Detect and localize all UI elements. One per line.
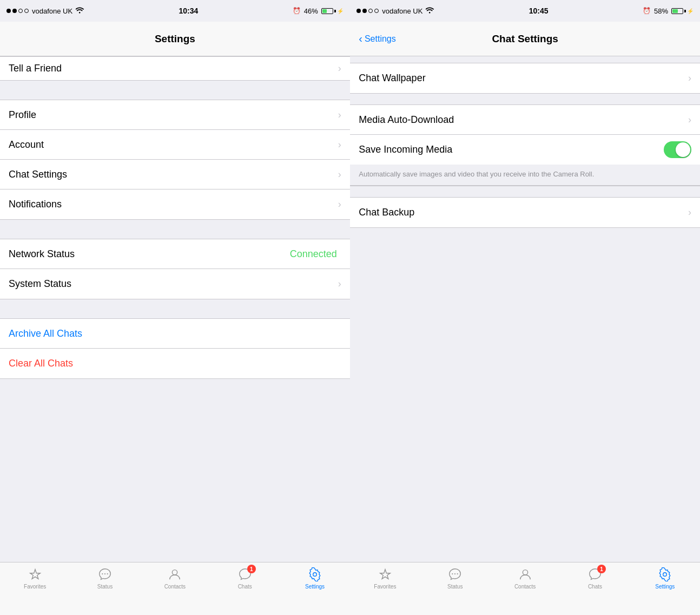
account-chevron: ›: [338, 139, 341, 151]
section-divider-2: [0, 220, 350, 239]
right-battery-pct: 58%: [654, 7, 668, 15]
right-content: Chat Wallpaper › Media Auto-Download › S…: [350, 56, 700, 562]
right-battery-body: [671, 8, 683, 14]
svg-point-2: [107, 573, 108, 574]
left-status-bar: vodafone UK 10:34 ⏰ 46% ⚡: [0, 0, 350, 22]
archive-all-chats-row[interactable]: Archive All Chats: [0, 319, 350, 349]
chat-wallpaper-chevron: ›: [688, 73, 691, 84]
profile-row[interactable]: Profile ›: [0, 100, 350, 130]
left-tab-bar: Favorites Status Contacts: [0, 562, 350, 615]
back-chevron-icon: ‹: [359, 32, 362, 45]
left-nav-bar: Settings: [0, 22, 350, 56]
right-chats-label: Chats: [588, 584, 602, 590]
right-wifi-icon: [426, 7, 434, 15]
description-text: Automatically save images and video that…: [359, 170, 594, 178]
left-tab-favorites[interactable]: Favorites: [0, 567, 70, 590]
right-signal-dot-3: [368, 9, 373, 13]
section-divider-3: [0, 299, 350, 318]
left-tab-contacts[interactable]: Contacts: [140, 567, 210, 590]
right-phone-panel: vodafone UK 10:45 ⏰ 58% ⚡ ‹ Settings: [350, 0, 700, 615]
svg-point-4: [313, 573, 317, 577]
right-nav-title: Chat Settings: [492, 33, 558, 45]
right-status-label: Status: [447, 584, 463, 590]
chat-settings-section-2: Media Auto-Download › Save Incoming Medi…: [350, 104, 700, 186]
signal-dot-1: [6, 9, 11, 13]
right-tab-chats[interactable]: 1 Chats: [560, 567, 630, 590]
left-chats-badge: 1: [247, 565, 256, 573]
network-status-label: Network Status: [9, 248, 290, 260]
chat-backup-chevron: ›: [688, 207, 691, 218]
right-time: 10:45: [529, 6, 549, 15]
back-label: Settings: [365, 34, 396, 44]
tell-a-friend-label: Tell a Friend: [9, 63, 338, 74]
clear-all-chats-label: Clear All Chats: [9, 358, 73, 369]
chat-settings-row[interactable]: Chat Settings ›: [0, 160, 350, 189]
left-tab-chats[interactable]: 1 Chats: [210, 567, 280, 590]
right-tab-settings[interactable]: Settings: [630, 567, 700, 590]
chat-wallpaper-label: Chat Wallpaper: [359, 73, 688, 84]
svg-point-1: [104, 573, 105, 574]
right-section-divider-top: [350, 56, 700, 63]
battery-tip: [334, 10, 336, 12]
archive-all-chats-label: Archive All Chats: [9, 328, 82, 339]
right-settings-icon: [657, 567, 672, 582]
right-tab-status[interactable]: Status: [420, 567, 490, 590]
right-signal-dot-2: [362, 9, 367, 13]
svg-point-3: [173, 570, 177, 575]
wifi-icon: [76, 7, 84, 15]
right-chats-icon: 1: [587, 567, 603, 582]
chat-settings-label: Chat Settings: [9, 169, 338, 180]
left-status-icon: [97, 567, 113, 582]
right-status-left: vodafone UK: [356, 7, 434, 15]
right-tab-contacts[interactable]: Contacts: [490, 567, 560, 590]
right-signal-dot-4: [374, 9, 379, 13]
left-status-label: Status: [97, 584, 113, 590]
back-to-settings-button[interactable]: ‹ Settings: [359, 32, 395, 45]
battery-container: ⚡: [321, 8, 344, 14]
left-tab-status[interactable]: Status: [70, 567, 140, 590]
left-contacts-label: Contacts: [164, 584, 186, 590]
svg-point-0: [102, 573, 103, 574]
svg-point-5: [452, 573, 453, 574]
right-battery-container: ⚡: [671, 8, 694, 14]
right-tab-favorites[interactable]: Favorites: [350, 567, 420, 590]
chat-wallpaper-row[interactable]: Chat Wallpaper ›: [350, 63, 700, 93]
right-contacts-label: Contacts: [514, 584, 536, 590]
profile-chevron: ›: [338, 109, 341, 121]
signal-dot-2: [12, 9, 17, 13]
account-label: Account: [9, 139, 338, 151]
account-row[interactable]: Account ›: [0, 130, 350, 160]
chat-backup-row[interactable]: Chat Backup ›: [350, 198, 700, 227]
left-content: Tell a Friend › Profile › Account › Chat…: [0, 56, 350, 562]
save-incoming-media-description: Automatically save images and video that…: [350, 165, 700, 186]
toggle-knob: [676, 142, 690, 157]
right-favorites-icon: [378, 567, 393, 582]
chat-backup-label: Chat Backup: [359, 207, 688, 218]
right-chats-badge: 1: [597, 565, 606, 573]
right-status-bar: vodafone UK 10:45 ⏰ 58% ⚡: [350, 0, 700, 22]
left-favorites-label: Favorites: [24, 584, 46, 590]
system-status-label: System Status: [9, 278, 338, 290]
svg-point-7: [457, 573, 458, 574]
save-incoming-media-toggle[interactable]: [664, 141, 691, 158]
chat-settings-section-3: Chat Backup ›: [350, 197, 700, 228]
right-nav-bar: ‹ Settings Chat Settings: [350, 22, 700, 56]
left-status-left: vodafone UK: [6, 7, 84, 15]
save-incoming-media-label: Save Incoming Media: [359, 144, 664, 155]
right-settings-label: Settings: [655, 584, 675, 590]
right-status-icon: [447, 567, 463, 582]
system-status-row[interactable]: System Status ›: [0, 269, 350, 299]
left-tab-settings[interactable]: Settings: [280, 567, 349, 590]
network-status-row[interactable]: Network Status Connected: [0, 239, 350, 269]
clear-all-chats-row[interactable]: Clear All Chats: [0, 349, 350, 378]
section-divider-1: [0, 81, 350, 100]
left-chats-icon: 1: [237, 567, 253, 582]
media-auto-download-row[interactable]: Media Auto-Download ›: [350, 105, 700, 135]
save-incoming-media-row[interactable]: Save Incoming Media: [350, 135, 700, 165]
right-alarm-icon: ⏰: [643, 7, 651, 15]
right-status-right: ⏰ 58% ⚡: [643, 7, 694, 15]
notifications-row[interactable]: Notifications ›: [0, 189, 350, 219]
tell-a-friend-row[interactable]: Tell a Friend ›: [0, 56, 350, 81]
right-section-divider-3: [350, 186, 700, 197]
battery-pct: 46%: [304, 7, 318, 15]
